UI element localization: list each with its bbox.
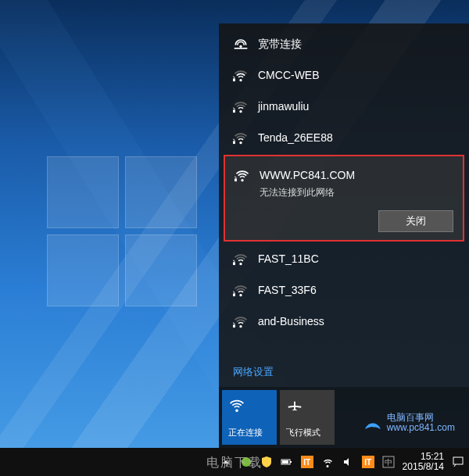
svg-rect-15	[453, 457, 463, 464]
quick-tiles-row: 正在连接 飞行模式	[219, 387, 469, 448]
network-name: Tenda_26EE88	[258, 130, 333, 145]
airplane-mode-tile[interactable]: 飞行模式	[280, 390, 335, 445]
svg-rect-4	[233, 141, 235, 144]
taskbar-clock[interactable]: 15:21 2015/8/14	[403, 452, 444, 472]
network-list: 宽带连接CMCC-WEBjinmawuliuTenda_26EE88WWW.PC…	[219, 23, 469, 357]
wifi-signal-icon	[233, 98, 249, 114]
svg-rect-12	[282, 460, 288, 463]
windows-logo	[47, 156, 203, 313]
svg-text:中: 中	[385, 458, 392, 467]
svg-rect-7	[233, 293, 235, 296]
svg-point-0	[239, 45, 242, 48]
network-name: and-Business	[258, 313, 324, 329]
svg-rect-11	[290, 461, 292, 463]
network-name: FAST_33F6	[258, 282, 317, 298]
volume-icon[interactable]	[342, 456, 354, 468]
battery-icon[interactable]	[281, 456, 293, 468]
network-settings-link[interactable]: 网络设置	[219, 357, 469, 387]
network-name: CMCC-WEB	[258, 67, 320, 83]
network-item[interactable]: FAST_33F6	[219, 274, 469, 306]
wifi-signal-icon	[233, 282, 249, 298]
wifi-signal-icon	[233, 67, 249, 83]
wifi-tile[interactable]: 正在连接	[222, 390, 277, 445]
network-item[interactable]: jinmawuliu	[219, 91, 469, 122]
svg-rect-1	[234, 48, 248, 49]
taskbar-app-badge-2[interactable]: IT	[362, 456, 374, 468]
wifi-signal-icon	[233, 251, 249, 267]
network-error-message: 无法连接到此网络	[260, 186, 335, 199]
svg-rect-2	[233, 78, 235, 81]
wifi-icon	[228, 396, 245, 413]
network-name: WWW.PC841.COM	[260, 167, 355, 183]
bottom-caption: 电脑下载	[206, 455, 263, 471]
svg-rect-5	[234, 178, 237, 181]
svg-rect-8	[233, 324, 235, 327]
ethernet-icon	[233, 36, 249, 52]
network-flyout: 宽带连接CMCC-WEBjinmawuliuTenda_26EE88WWW.PC…	[219, 23, 469, 448]
network-name: 宽带连接	[258, 36, 302, 52]
wifi-signal-icon	[234, 167, 250, 183]
svg-rect-6	[233, 262, 235, 265]
wifi-signal-icon	[233, 130, 249, 145]
network-item[interactable]: CMCC-WEB	[219, 59, 469, 91]
taskbar-app-badge-1[interactable]: IT	[301, 456, 313, 468]
network-item[interactable]: and-Business	[219, 306, 469, 337]
close-button[interactable]: 关闭	[378, 210, 453, 232]
tile-label: 正在连接	[228, 427, 263, 438]
network-name: FAST_11BC	[258, 251, 319, 267]
tile-label: 飞行模式	[286, 427, 320, 438]
network-item[interactable]: Tenda_26EE88	[219, 122, 469, 153]
airplane-icon	[286, 396, 303, 413]
network-item[interactable]: WWW.PC841.COM无法连接到此网络关闭	[224, 155, 464, 242]
svg-rect-3	[233, 109, 235, 113]
tray-network-icon[interactable]	[321, 456, 334, 468]
network-item[interactable]: FAST_11BC	[219, 243, 469, 274]
network-item[interactable]: 宽带连接	[219, 28, 469, 59]
network-name: jinmawuliu	[258, 98, 309, 114]
action-center-icon[interactable]	[452, 456, 464, 468]
clock-date: 2015/8/14	[403, 462, 444, 472]
ime-icon[interactable]: 中	[382, 456, 395, 468]
wifi-signal-icon	[233, 313, 249, 329]
